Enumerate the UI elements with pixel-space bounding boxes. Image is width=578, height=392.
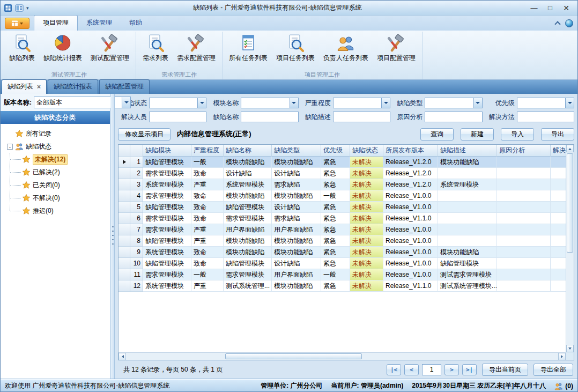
grid-cell[interactable]: 测试系统管理模块...	[438, 280, 497, 292]
grid-cell[interactable]: Release_V1.2.0	[383, 157, 438, 168]
grid-column-header[interactable]: 缺陷状态	[350, 145, 383, 157]
grid-cell[interactable]: Release_V1.0.0	[383, 190, 438, 202]
grid-column-header[interactable]: 缺陷模块	[143, 145, 191, 157]
combo-arrow-icon[interactable]	[290, 98, 298, 108]
grid-cell[interactable]	[551, 235, 567, 247]
grid-cell[interactable]	[497, 157, 551, 168]
grid-cell[interactable]: 设计缺陷	[272, 202, 321, 213]
grid-cell[interactable]: Release_V1.0.0	[383, 247, 438, 258]
minimize-button[interactable]: —	[526, 2, 542, 14]
grid-cell[interactable]	[438, 202, 497, 213]
grid-cell[interactable]: 系统管理模块	[224, 179, 272, 190]
scroll-up-icon[interactable]	[566, 145, 574, 152]
grid-cell[interactable]: 模块功能缺陷	[438, 247, 497, 258]
ribbon-button-defect-report[interactable]: 缺陷统计报表	[39, 32, 86, 71]
grid-cell[interactable]	[497, 280, 551, 292]
grid-row[interactable]: 2需求管理模块致命设计缺陷设计缺陷紧急未解决Release_V1.2.0	[118, 168, 574, 179]
grid-cell[interactable]	[497, 202, 551, 213]
version-combo[interactable]	[34, 97, 131, 108]
vertical-scrollbar-thumb[interactable]	[567, 153, 573, 253]
export-all-button[interactable]: 导出全部	[533, 364, 573, 376]
grid-cell[interactable]: 严重	[191, 280, 224, 292]
grid-cell[interactable]: 未解决	[350, 235, 383, 247]
grid-cell[interactable]: 紧急	[321, 235, 350, 247]
grid-cell[interactable]	[497, 213, 551, 224]
grid-cell[interactable]: 未解决	[350, 190, 383, 202]
grid-cell[interactable]: 需求管理模块	[143, 213, 191, 224]
grid-column-header[interactable]: 优先级	[321, 145, 350, 157]
filter-defect-desc-input[interactable]	[333, 112, 390, 122]
grid-cell[interactable]: 严重	[191, 235, 224, 247]
grid-cell[interactable]: 需求缺陷	[272, 213, 321, 224]
grid-cell[interactable]: 未解决	[350, 280, 383, 292]
grid-cell[interactable]: 缺陷管理模块	[143, 235, 191, 247]
grid-row[interactable]: 1缺陷管理模块一般模块功能缺陷模块功能缺陷紧急未解决Release_V1.2.0…	[118, 157, 574, 168]
grid-cell[interactable]: 致命	[191, 258, 224, 269]
filter-solution-input[interactable]	[517, 112, 574, 122]
grid-row[interactable]: 6需求管理模块致命需求管理模块需求缺陷紧急未解决Release_V1.1.0	[118, 213, 574, 224]
grid-cell[interactable]: 严重	[191, 179, 224, 190]
skin-selector-icon[interactable]	[565, 19, 573, 27]
filter-priority-combo[interactable]	[517, 98, 574, 108]
prev-page-button[interactable]: <	[404, 364, 419, 375]
filter-module-name-value[interactable]	[241, 98, 289, 108]
filter-resolver-input[interactable]	[149, 112, 206, 122]
grid-cell[interactable]: 紧急	[321, 213, 350, 224]
filter-cause-analysis-input[interactable]	[425, 112, 482, 122]
grid-cell[interactable]: 模块功能缺陷	[438, 157, 497, 168]
grid-cell[interactable]: 缺陷管理模块	[143, 258, 191, 269]
app-icon[interactable]	[4, 4, 12, 12]
ribbon-button-defect-list[interactable]: 缺陷列表	[5, 32, 39, 71]
grid-cell[interactable]: 未解决	[350, 179, 383, 190]
tree-item-all-records[interactable]: 所有记录	[1, 127, 110, 140]
sidebar-splitter[interactable]	[110, 94, 115, 379]
grid-cell[interactable]: 未解决	[350, 157, 383, 168]
grid-cell[interactable]: 缺陷管理模块	[143, 157, 191, 168]
grid-cell[interactable]: 需求管理模块	[143, 269, 191, 280]
grid-cell[interactable]: 致命	[191, 168, 224, 179]
filter-defect-type-value[interactable]	[425, 98, 473, 108]
grid-cell[interactable]: Release_V1.1.0	[383, 280, 438, 292]
grid-cell[interactable]: 模块功能缺陷	[224, 190, 272, 202]
grid-cell[interactable]: 紧急	[321, 202, 350, 213]
grid-cell[interactable]: 模块功能缺陷	[224, 157, 272, 168]
collapse-ribbon-icon[interactable]	[554, 21, 560, 27]
grid-cell[interactable]	[497, 224, 551, 235]
tree-item-closed[interactable]: 已关闭(0)	[1, 179, 110, 191]
grid-row[interactable]: 9系统管理模块致命模块功能缺陷模块功能缺陷紧急未解决Release_V1.0.0…	[118, 247, 574, 258]
grid-cell[interactable]	[438, 190, 497, 202]
grid-cell[interactable]: 严重	[191, 224, 224, 235]
filter-severity-value[interactable]	[334, 98, 381, 108]
ribbon-tab-help[interactable]: 帮助	[121, 16, 151, 31]
horizontal-scrollbar-thumb[interactable]	[225, 353, 362, 359]
grid-cell[interactable]: 设计缺陷	[224, 168, 272, 179]
grid-row[interactable]: 11需求管理模块一般需求管理模块用户界面缺陷一般未解决Release_V1.0.…	[118, 269, 574, 280]
ribbon-button-project-config[interactable]: 项目配置管理	[373, 32, 420, 71]
filter-module-name-combo[interactable]	[241, 98, 298, 108]
grid-cell[interactable]: 系统管理模块	[143, 280, 191, 292]
grid-cell[interactable]: 紧急	[321, 258, 350, 269]
grid-cell[interactable]: 紧急	[321, 247, 350, 258]
grid-cell[interactable]: 需求管理模块	[143, 190, 191, 202]
tree-item-resolved[interactable]: 已解决(2)	[1, 166, 110, 179]
grid-cell[interactable]: 紧急	[321, 179, 350, 190]
grid-row[interactable]: 3系统管理模块严重系统管理模块需求缺陷紧急未解决Release_V1.2.0系统…	[118, 179, 574, 190]
grid-cell[interactable]: 用户界面缺陷	[272, 224, 321, 235]
scroll-down-icon[interactable]	[566, 345, 574, 352]
grid-row[interactable]: 7需求管理模块严重用户界面缺陷用户界面缺陷紧急未解决Release_V1.0.0	[118, 224, 574, 235]
grid-cell[interactable]	[438, 168, 497, 179]
grid-cell[interactable]	[551, 280, 567, 292]
grid-cell[interactable]: 致命	[191, 202, 224, 213]
grid-cell[interactable]: 未解决	[350, 202, 383, 213]
grid-cell[interactable]	[551, 190, 567, 202]
app-menu-button[interactable]	[5, 18, 29, 29]
grid-cell[interactable]: 一般	[191, 269, 224, 280]
grid-cell[interactable]: Release_V1.1.0	[383, 213, 438, 224]
filter-priority-value[interactable]	[517, 98, 565, 108]
grid-cell[interactable]: 缺陷管理模块	[438, 258, 497, 269]
ribbon-button-test-config[interactable]: 测试配置管理	[86, 32, 134, 71]
filter-defect-name-input[interactable]	[241, 112, 298, 122]
grid-cell[interactable]: 需求管理模块	[143, 168, 191, 179]
grid-cell[interactable]	[497, 258, 551, 269]
page-number-input[interactable]	[422, 364, 441, 375]
